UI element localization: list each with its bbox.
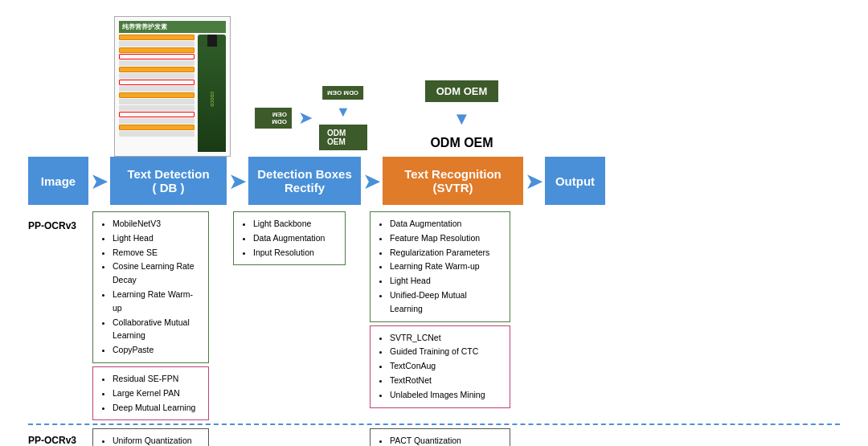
textrec-green-list: Data Augmentation Feature Map Resolution… [379,217,502,316]
flow-box-output: Output [545,157,605,205]
list-item: Light Backbone [253,217,337,231]
textrec-green-features: Data Augmentation Feature Map Resolution… [370,211,510,322]
pact-quant-list: PACT Quantization [379,434,502,446]
list-item: Uniform Quantization [113,434,200,446]
list-item: SVTR_LCNet [390,331,502,345]
list-item: Learning Rate Warm-up [390,260,502,273]
ppOCRv3tiny-label: PP-OCRv3 tiny [28,435,76,446]
odm-box-recognition-top: ODM OEM [425,80,499,102]
list-item: Feature Map Resolution [390,231,502,245]
list-item: Remove SE [113,246,200,260]
list-item: Residual SE-FPN [113,372,200,386]
arrow-image-to-textdet: ➤ [90,168,108,194]
flow-box-textrecognition: Text Recognition (SVTR) [383,157,523,205]
odm-box-rotated-left: ODM OEM [255,108,292,129]
textdet-green-features: MobileNetV3 Light Head Remove SE Cosine … [92,211,209,363]
list-item: Learning Rate Warm-up [113,288,200,315]
main-container: 纯养营养护发素 [0,0,868,446]
list-item: CopyPaste [113,343,200,357]
textdet-pink-list: Residual SE-FPN Large Kernel PAN Deep Mu… [101,372,200,414]
arrow-right-to-odm: ➤ [298,108,313,129]
list-item: Large Kernel PAN [113,387,200,400]
uniform-quant-list: Uniform Quantization [101,434,200,446]
product-bottle: COCCO [198,35,226,152]
list-item: Regularization Parameters [390,246,502,260]
list-item: Data Augmentation [390,217,502,231]
ppOCRv3-label: PP-OCRv3 [28,220,76,231]
list-item: Guided Training of CTC [390,345,502,358]
rectify-green-features: Light Backbone Data Augmentation Input R… [233,211,346,265]
list-item: Input Resolution [253,246,337,260]
product-image: 纯养营养护发素 [114,16,231,157]
textdet-pink-features: Residual SE-FPN Large Kernel PAN Deep Mu… [92,366,209,420]
list-item: Unified-Deep Mutual Learning [390,288,502,316]
list-item: Cosine Learning Rate Decay [113,260,200,287]
textdet-green-list: MobileNetV3 Light Head Remove SE Cosine … [101,217,200,357]
list-item: TextRotNet [390,374,502,387]
textrec-pink-features: SVTR_LCNet Guided Training of CTC TextCo… [370,325,510,408]
list-item: Data Augmentation [253,231,337,245]
pact-quant-box: PACT Quantization [370,428,510,446]
arrow-down-recognition: ▼ [453,108,471,129]
arrow-textdet-to-rectify: ➤ [228,168,247,194]
list-item: Light Head [113,231,200,245]
list-item: PACT Quantization [390,434,502,446]
list-item: Collaborative Mutual Learning [113,316,200,343]
uniform-quant-box: Uniform Quantization [92,428,209,446]
list-item: Light Head [390,274,502,288]
flow-box-rectify: Detection Boxes Rectify [248,157,361,205]
product-text-lines [119,35,194,152]
arrow-textrec-to-output: ➤ [525,168,543,194]
arrow-down-odm: ▼ [336,104,350,121]
list-item: TextConAug [390,359,502,373]
odm-text-plain: ODM OEM [430,136,493,150]
list-item: MobileNetV3 [113,217,200,231]
flow-box-image: Image [28,157,88,205]
product-title: 纯养营养护发素 [119,21,226,33]
divider-line [28,423,840,425]
odm-box-top-right: ODM OEM [322,86,363,100]
flow-box-textdetection: Text Detection ( DB ) [110,157,227,205]
flow-row: Image ➤ Text Detection ( DB ) ➤ Detectio… [12,157,856,205]
rectify-green-list: Light Backbone Data Augmentation Input R… [242,217,337,259]
odm-box-bottom-right: ODM OEM [319,125,367,150]
list-item: Unlabeled Images Mining [390,388,502,402]
list-item: Deep Mutual Learning [113,401,200,415]
textrec-pink-list: SVTR_LCNet Guided Training of CTC TextCo… [379,331,502,402]
arrow-rectify-to-textrec: ➤ [362,168,381,194]
